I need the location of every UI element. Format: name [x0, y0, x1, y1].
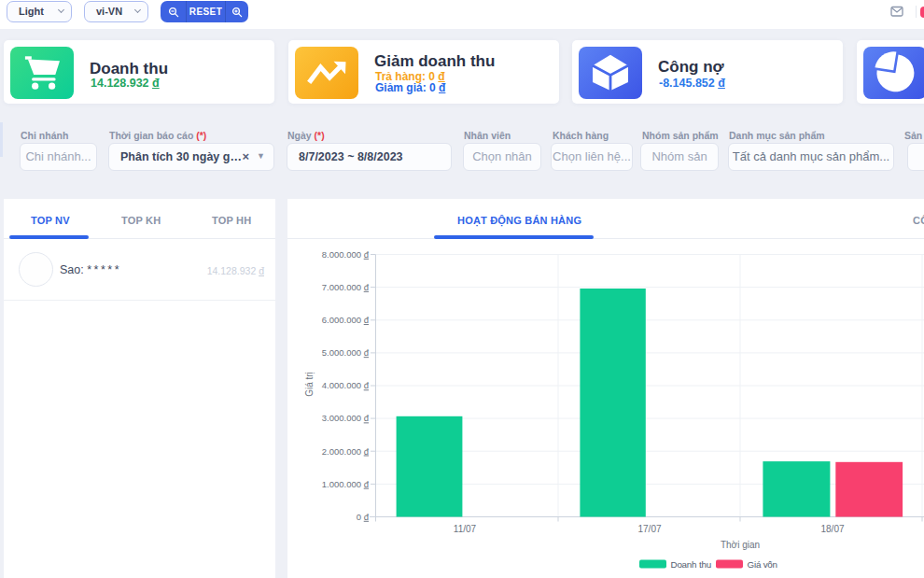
svg-text:Giá vốn: Giá vốn — [748, 559, 777, 570]
svg-text:Thời gian: Thời gian — [721, 540, 760, 550]
svg-text:Doanh thu: Doanh thu — [671, 559, 711, 570]
svg-text:1.000.000 đ: 1.000.000 đ — [322, 479, 370, 489]
svg-text:0 đ: 0 đ — [357, 512, 370, 522]
svg-text:5.000.000 đ: 5.000.000 đ — [322, 347, 370, 358]
svg-text:4.000.000 đ: 4.000.000 đ — [322, 380, 370, 390]
svg-text:11/07: 11/07 — [454, 524, 477, 534]
svg-text:18/07: 18/07 — [820, 524, 844, 534]
svg-text:3.000.000 đ: 3.000.000 đ — [322, 413, 370, 423]
svg-text:Giá trị: Giá trị — [304, 372, 315, 397]
svg-text:2.000.000 đ: 2.000.000 đ — [322, 446, 370, 457]
svg-text:7.000.000 đ: 7.000.000 đ — [322, 282, 370, 292]
svg-text:8.000.000 đ: 8.000.000 đ — [322, 249, 370, 260]
svg-text:17/07: 17/07 — [637, 524, 661, 534]
svg-text:6.000.000 đ: 6.000.000 đ — [322, 315, 370, 325]
